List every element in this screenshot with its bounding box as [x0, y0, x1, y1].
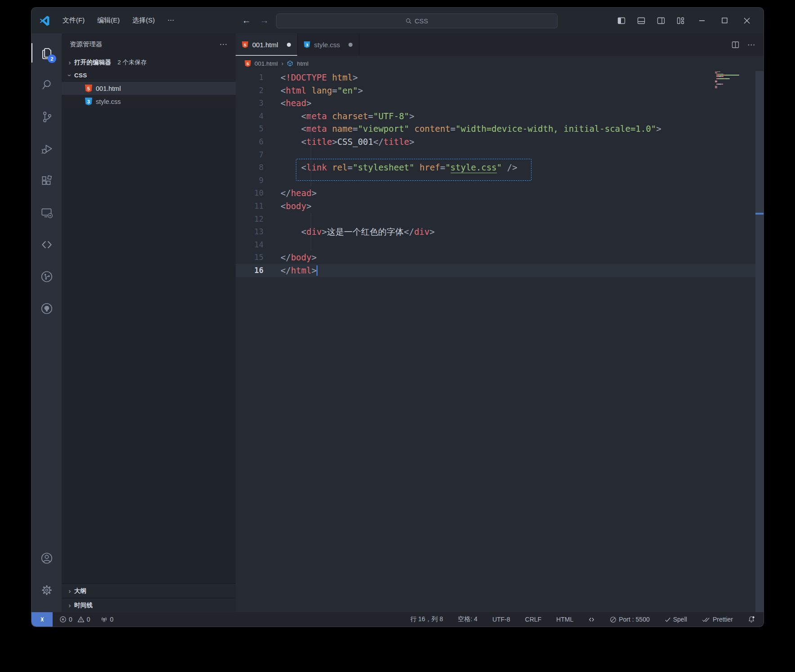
menu-file[interactable]: 文件(F) — [56, 13, 91, 28]
open-editors-label: 打开的编辑器 — [74, 58, 111, 67]
outline-section[interactable]: › 大纲 — [62, 583, 236, 598]
activity-source-control[interactable] — [31, 101, 62, 133]
remote-indicator-button[interactable] — [31, 612, 53, 627]
settings-gear-icon[interactable] — [31, 574, 62, 606]
activity-bar: 2 — [31, 33, 62, 612]
activity-remote-explorer[interactable] — [31, 197, 62, 228]
tab-strip: 5 001.html 3 style.css ⋯ — [236, 33, 764, 56]
code-line[interactable]: 11<body> — [236, 200, 764, 213]
code-brackets-icon — [40, 238, 54, 251]
breadcrumb-symbol[interactable]: html — [297, 60, 308, 67]
activity-explorer[interactable]: 2 — [31, 37, 62, 69]
close-window-button[interactable] — [737, 12, 757, 29]
tab-label: 001.html — [252, 41, 278, 49]
git-branch-icon — [40, 110, 54, 124]
unsaved-count-badge: 2 — [48, 54, 56, 63]
search-icon — [406, 18, 412, 24]
line-col-indicator[interactable]: 行 16，列 8 — [409, 615, 444, 623]
prettier-label: Prettier — [713, 616, 733, 623]
notifications-bell-button[interactable] — [746, 616, 756, 623]
open-editors-section[interactable]: › 打开的编辑器 2 个未保存 — [62, 56, 236, 69]
chevron-down-icon: › — [66, 72, 74, 79]
ports-count: 0 — [110, 616, 114, 623]
live-share-button[interactable] — [587, 616, 596, 623]
activity-search[interactable] — [31, 69, 62, 101]
toggle-panel-icon[interactable] — [632, 12, 650, 29]
file-row-style-css[interactable]: 3 style.css — [62, 95, 236, 108]
toggle-sidebar-icon[interactable] — [612, 12, 630, 29]
code-line[interactable]: 13 <div>这是一个红色的字体</div> — [236, 225, 764, 238]
language-indicator[interactable]: HTML — [555, 616, 575, 623]
tab-001-html[interactable]: 5 001.html — [236, 33, 298, 56]
nav-back-button[interactable]: ← — [242, 8, 251, 33]
error-count: 0 — [69, 616, 72, 623]
code-line[interactable]: 16</html> — [236, 264, 764, 277]
debug-icon — [40, 142, 54, 156]
customize-layout-icon[interactable] — [672, 12, 690, 29]
timeline-section[interactable]: › 时间线 — [62, 598, 236, 612]
activity-extensions[interactable] — [31, 165, 62, 197]
code-lines: 1<!DOCTYPE html>2<html lang="en">3<head>… — [236, 71, 764, 277]
activity-run-debug[interactable] — [31, 133, 62, 165]
explorer-empty-area[interactable] — [62, 108, 236, 583]
activity-github[interactable] — [31, 292, 62, 324]
css3-file-icon: 3 — [304, 41, 310, 48]
prettier-button[interactable]: Prettier — [701, 616, 734, 623]
symbol-cube-icon — [287, 60, 293, 67]
unsaved-dot-icon[interactable] — [348, 43, 353, 47]
status-bar: 0 0 0 行 16，列 8 空格: 4 UTF-8 CRLF — [31, 612, 764, 627]
activity-live-preview[interactable] — [31, 228, 62, 260]
file-row-001-html[interactable]: 5 001.html — [62, 82, 236, 95]
split-editor-icon[interactable] — [732, 41, 739, 49]
double-check-icon — [702, 617, 710, 623]
code-line[interactable]: 5 <meta name="viewport" content="width=d… — [236, 122, 764, 135]
code-line[interactable]: 9 — [236, 174, 764, 187]
folder-css-section[interactable]: › CSS — [62, 69, 236, 82]
vscode-window: 文件(F) 编辑(E) 选择(S) ⋯ ← → CSS — [31, 8, 764, 627]
menu-overflow[interactable]: ⋯ — [161, 13, 180, 28]
minimap[interactable] — [715, 71, 743, 89]
nav-forward-button[interactable]: → — [260, 8, 269, 33]
code-line[interactable]: 14 — [236, 238, 764, 251]
command-center-search[interactable]: CSS — [276, 13, 558, 28]
file-name: 001.html — [96, 85, 121, 92]
code-line[interactable]: 7 — [236, 148, 764, 161]
code-line[interactable]: 10</head> — [236, 187, 764, 200]
minimize-button[interactable] — [692, 12, 712, 29]
scrollbar[interactable] — [755, 71, 764, 612]
code-line[interactable]: 2<html lang="en"> — [236, 84, 764, 97]
code-line[interactable]: 12 — [236, 213, 764, 226]
indent-indicator[interactable]: 空格: 4 — [456, 615, 479, 623]
errors-warnings-button[interactable]: 0 0 — [58, 616, 92, 623]
activity-git-graph[interactable] — [31, 260, 62, 292]
editor-area: 5 001.html 3 style.css ⋯ — [236, 33, 764, 612]
code-editor[interactable]: 1<!DOCTYPE html>2<html lang="en">3<head>… — [236, 71, 764, 612]
account-icon[interactable] — [31, 542, 62, 574]
explorer-sidebar: 资源管理器 ⋯ › 打开的编辑器 2 个未保存 › CSS 5 001.html… — [62, 33, 236, 612]
eol-indicator[interactable]: CRLF — [524, 616, 543, 623]
menu-edit[interactable]: 编辑(E) — [91, 13, 126, 28]
explorer-actions-button[interactable]: ⋯ — [219, 40, 228, 49]
code-line[interactable]: 6 <title>CSS_001</title> — [236, 135, 764, 148]
menu-bar: 文件(F) 编辑(E) 选择(S) ⋯ — [56, 13, 180, 28]
live-server-port-button[interactable]: Port : 5500 — [608, 616, 651, 623]
more-actions-button[interactable]: ⋯ — [747, 40, 755, 49]
port-label: Port : 5500 — [619, 616, 650, 623]
circle-branch-icon — [40, 270, 54, 283]
unsaved-dot-icon[interactable] — [287, 43, 291, 47]
spell-checker-button[interactable]: Spell — [663, 616, 688, 623]
timeline-label: 时间线 — [74, 601, 93, 609]
code-line[interactable]: 15</body> — [236, 251, 764, 264]
code-line[interactable]: 1<!DOCTYPE html> — [236, 71, 764, 84]
menu-selection[interactable]: 选择(S) — [126, 13, 161, 28]
code-line[interactable]: 3<head> — [236, 97, 764, 110]
tab-style-css[interactable]: 3 style.css — [298, 33, 360, 56]
code-line[interactable]: 4 <meta charset="UTF-8"> — [236, 110, 764, 123]
code-line[interactable]: 8 <link rel="stylesheet" href="style.css… — [236, 161, 764, 174]
html5-file-icon: 5 — [245, 60, 251, 67]
maximize-button[interactable] — [714, 12, 735, 29]
breadcrumb-file[interactable]: 001.html — [255, 60, 278, 67]
ports-button[interactable]: 0 — [99, 616, 115, 623]
encoding-indicator[interactable]: UTF-8 — [491, 616, 512, 623]
toggle-secondary-sidebar-icon[interactable] — [652, 12, 670, 29]
